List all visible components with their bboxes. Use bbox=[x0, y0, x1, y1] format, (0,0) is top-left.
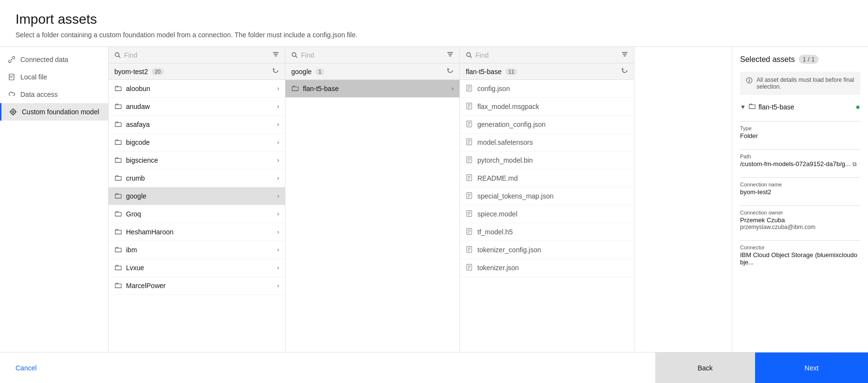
cloud-icon bbox=[8, 91, 16, 98]
info-icon bbox=[746, 77, 753, 90]
browser-pane-1: byom-test2 20 aloobun › anudaw › bbox=[109, 47, 285, 352]
panel-title: Selected assets bbox=[740, 55, 795, 64]
pane3-refresh-icon[interactable] bbox=[621, 67, 628, 76]
file-item: special_tokens_map.json bbox=[460, 187, 634, 205]
main-content: Connected data Local file Data access Cu… bbox=[0, 47, 868, 352]
pane2-search-bar bbox=[285, 47, 459, 63]
sort-icon-pane1[interactable] bbox=[272, 51, 279, 59]
pane3-title-bar: flan-t5-base 11 bbox=[460, 63, 634, 80]
list-item-flan-t5-base[interactable]: flan-t5-base › bbox=[285, 80, 459, 98]
svg-point-5 bbox=[467, 52, 471, 56]
list-item[interactable]: ibm › bbox=[109, 241, 285, 259]
list-item[interactable]: anudaw › bbox=[109, 98, 285, 116]
pane2-title: google bbox=[291, 68, 312, 76]
pane2-title-bar: google 1 bbox=[285, 63, 459, 80]
file-item: flax_model.msgpack bbox=[460, 98, 634, 116]
svg-point-1 bbox=[11, 109, 16, 114]
folder-icon bbox=[114, 192, 122, 200]
list-item[interactable]: crumb › bbox=[109, 169, 285, 187]
pane1-refresh-icon[interactable] bbox=[272, 67, 279, 76]
list-item[interactable]: bigscience › bbox=[109, 152, 285, 169]
pane3-search-bar bbox=[460, 47, 634, 63]
sidebar-item-local-file-label: Local file bbox=[20, 73, 47, 81]
chevron-right-icon: › bbox=[277, 157, 279, 164]
list-item[interactable]: Lvxue › bbox=[109, 259, 285, 277]
chevron-right-icon: › bbox=[277, 229, 279, 235]
file-item-name: generation_config.json bbox=[477, 121, 546, 128]
chevron-down-icon[interactable]: ▼ bbox=[740, 104, 746, 110]
list-item[interactable]: HeshamHaroon › bbox=[109, 223, 285, 241]
sidebar-item-connected-data[interactable]: Connected data bbox=[0, 51, 108, 68]
pane1-search-bar bbox=[109, 47, 285, 63]
file-doc-icon bbox=[466, 264, 473, 272]
pane2-search bbox=[291, 51, 443, 59]
connection-name-label: Connection name bbox=[740, 182, 860, 187]
page-title: Import assets bbox=[16, 12, 852, 27]
list-item-google[interactable]: google › bbox=[109, 187, 285, 205]
svg-point-2 bbox=[12, 111, 14, 113]
file-item-name: spiece.model bbox=[477, 210, 518, 218]
list-item[interactable]: Groq › bbox=[109, 205, 285, 223]
pane3-search bbox=[466, 51, 617, 59]
copy-icon[interactable]: ⧉ bbox=[852, 161, 857, 168]
file-item: spiece.model bbox=[460, 205, 634, 223]
svg-rect-0 bbox=[9, 74, 14, 80]
browser-area: byom-test2 20 aloobun › anudaw › bbox=[109, 47, 732, 352]
list-item[interactable]: asafaya › bbox=[109, 116, 285, 134]
file-item-name: special_tokens_map.json bbox=[477, 192, 553, 200]
list-item-name: MarcelPower bbox=[126, 282, 273, 290]
panel-count: 1 / 1 bbox=[799, 55, 819, 64]
footer-right: Back Next bbox=[655, 352, 868, 383]
list-item[interactable]: aloobun › bbox=[109, 80, 285, 98]
sidebar-item-data-access-label: Data access bbox=[20, 91, 58, 98]
list-item[interactable]: MarcelPower › bbox=[109, 277, 285, 295]
folder-icon bbox=[114, 85, 122, 92]
file-item-name: tokenizer_config.json bbox=[477, 246, 541, 254]
cancel-button[interactable]: Cancel bbox=[16, 364, 37, 372]
file-item-name: flax_model.msgpack bbox=[477, 103, 539, 110]
sort-icon-pane3[interactable] bbox=[621, 51, 628, 59]
footer-left: Cancel bbox=[0, 364, 655, 372]
chevron-right-icon: › bbox=[277, 211, 279, 217]
pane2-search-input[interactable] bbox=[301, 51, 443, 59]
list-item-name: HeshamHaroon bbox=[126, 228, 273, 236]
folder-icon bbox=[114, 264, 122, 272]
file-item: README.md bbox=[460, 169, 634, 187]
type-label: Type bbox=[740, 125, 860, 131]
svg-point-4 bbox=[292, 52, 296, 56]
folder-icon bbox=[114, 282, 122, 290]
folder-icon bbox=[114, 103, 122, 110]
sidebar: Connected data Local file Data access Cu… bbox=[0, 47, 109, 352]
list-item-name: aloobun bbox=[126, 85, 273, 92]
pane1-search-input[interactable] bbox=[124, 51, 268, 59]
asset-connection-owner-detail: Connection owner Przemek Czuba przemysla… bbox=[740, 210, 860, 230]
sidebar-item-data-access[interactable]: Data access bbox=[0, 86, 108, 103]
chevron-right-icon: › bbox=[452, 85, 454, 92]
pane3-search-input[interactable] bbox=[475, 51, 617, 59]
file-item: tf_model.h5 bbox=[460, 223, 634, 241]
file-doc-icon bbox=[466, 103, 473, 110]
sidebar-item-local-file[interactable]: Local file bbox=[0, 68, 108, 86]
footer: Cancel Back Next bbox=[0, 352, 868, 383]
divider bbox=[740, 205, 860, 206]
file-item-name: pytorch_model.bin bbox=[477, 156, 533, 164]
sidebar-item-custom-foundation-model[interactable]: Custom foundation model bbox=[0, 103, 108, 121]
back-button[interactable]: Back bbox=[655, 352, 755, 383]
page-subtitle: Select a folder containing a custom foun… bbox=[16, 31, 852, 39]
list-item-name: bigcode bbox=[126, 138, 273, 146]
folder-icon bbox=[114, 246, 122, 254]
asset-type-detail: Type Folder bbox=[740, 125, 860, 139]
chevron-right-icon: › bbox=[277, 246, 279, 253]
asset-item: ▼ flan-t5-base ● Type Folder Path /custo… bbox=[740, 103, 860, 272]
list-item[interactable]: bigcode › bbox=[109, 134, 285, 152]
sort-icon-pane2[interactable] bbox=[447, 51, 454, 59]
connection-owner-name: Przemek Czuba bbox=[740, 216, 860, 224]
list-item-name: flan-t5-base bbox=[303, 85, 448, 92]
folder-icon bbox=[114, 121, 122, 128]
pane2-refresh-icon[interactable] bbox=[447, 67, 454, 76]
next-button[interactable]: Next bbox=[755, 352, 868, 383]
chevron-right-icon: › bbox=[277, 121, 279, 128]
list-item-name: anudaw bbox=[126, 103, 273, 110]
file-doc-icon bbox=[466, 246, 473, 254]
file-doc-icon bbox=[466, 210, 473, 218]
